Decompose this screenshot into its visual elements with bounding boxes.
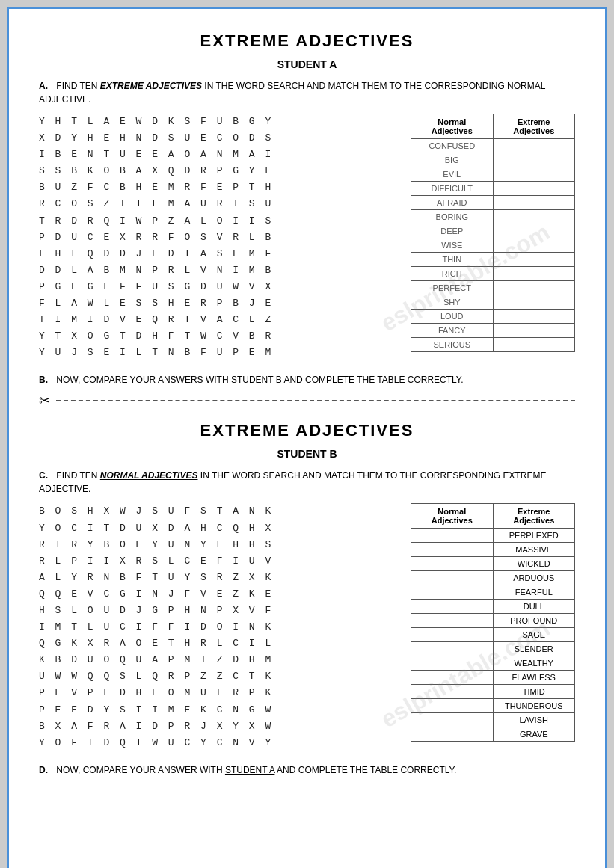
table-row: BORING	[411, 210, 575, 224]
normal-adj-cell	[411, 585, 494, 600]
grid-row: I B E N T U E E A O A N M A I	[39, 147, 396, 163]
grid-row: B O S H X W J S U F S T A N K	[39, 503, 396, 520]
extreme-adj-cell: WICKED	[493, 557, 575, 571]
table-row: DULL	[411, 600, 575, 614]
highlight-c: NORMAL ADJECTIVES	[100, 470, 198, 481]
grid-row: B U Z F C B H E M R F E P T H	[39, 179, 396, 196]
table-row: FANCY	[411, 324, 575, 338]
table-row: GRAVE	[411, 727, 575, 742]
extreme-adj-cell	[493, 153, 575, 167]
scissors-icon: ✂	[39, 393, 50, 409]
table-row: THIN	[411, 253, 575, 267]
table-row: PERPLEXED	[411, 529, 575, 543]
extreme-adj-cell	[493, 281, 575, 295]
grid-row: R L P I I X R S L C E F I U V	[39, 553, 396, 570]
grid-row: A L Y R N B F T U Y S R Z X K	[39, 570, 396, 586]
extreme-adj-cell: GRAVE	[493, 727, 575, 742]
student-label-a: STUDENT A	[39, 58, 575, 70]
normal-adj-cell: FANCY	[411, 324, 494, 338]
word-search-area-b: B O S H X W J S U F S T A N K Y O C I T …	[39, 503, 575, 751]
extreme-adj-cell	[493, 338, 575, 352]
instruction-d-letter: D.	[39, 765, 48, 775]
instruction-d: D. NOW, COMPARE YOUR ANSWER WITH STUDENT…	[39, 765, 575, 775]
grid-row: Q Q E V C G I N J F V E Z K E	[39, 586, 396, 603]
extreme-adj-cell	[493, 139, 575, 153]
table-row: WEALTHY	[411, 656, 575, 671]
grid-row: I M T L U C I F F I D O I N K	[39, 619, 396, 635]
normal-adj-cell: BIG	[411, 153, 494, 167]
extreme-adj-cell	[493, 295, 575, 310]
extreme-adj-cell	[493, 210, 575, 224]
table-row: PROFOUND	[411, 614, 575, 628]
grid-row: P G E G E F F U S G D U W V X	[39, 279, 396, 295]
grid-row: R C O S Z I T L M A U R T S U	[39, 196, 396, 212]
grid-row: R I R Y B O E Y U N Y E H H S	[39, 537, 396, 553]
extreme-adj-cell: ARDUOUS	[493, 571, 575, 585]
grid-row: K B D U O Q U A P M T Z D H M	[39, 652, 396, 668]
normal-adj-cell	[411, 614, 494, 628]
table-row: THUNDEROUS	[411, 699, 575, 713]
normal-adj-cell	[411, 600, 494, 614]
table-row: LAVISH	[411, 713, 575, 727]
table-row: ARDUOUS	[411, 571, 575, 585]
word-grid-a: Y H T L A E W D K S F U B G Y X D Y H E …	[39, 114, 396, 361]
col-header-normal-a: NormalAdjectives	[411, 114, 494, 139]
adjectives-table-b: NormalAdjectives ExtremeAdjectives PERPL…	[411, 503, 575, 742]
extreme-adj-cell: FEARFUL	[493, 585, 575, 600]
extreme-adj-cell	[493, 167, 575, 182]
col-header-normal-b: NormalAdjectives	[411, 504, 494, 529]
normal-adj-cell: PERFECT	[411, 281, 494, 295]
grid-row: T I M I D V E Q R T V A C L Z	[39, 312, 396, 328]
grid-row: Y O C I T D U X D A H C Q H X	[39, 520, 396, 537]
table-row: RICH	[411, 267, 575, 281]
grid-row: Y O F T D Q I W U C Y C N V Y	[39, 735, 396, 751]
table-row: SLENDER	[411, 642, 575, 656]
extreme-adj-cell: MASSIVE	[493, 543, 575, 557]
normal-adj-cell: SHY	[411, 295, 494, 310]
grid-row: D D L A B M N P R L V N I M B	[39, 262, 396, 279]
instruction-a: A. FIND TEN EXTREME ADJECTIVES IN THE WO…	[39, 79, 575, 106]
extreme-adj-cell: DULL	[493, 600, 575, 614]
extreme-adj-cell	[493, 253, 575, 267]
grid-row: F L A W L E S S H E R P B J E	[39, 295, 396, 312]
table-row: TIMID	[411, 685, 575, 699]
instruction-c: C. FIND TEN NORMAL ADJECTIVES IN THE WOR…	[39, 469, 575, 496]
student-label-b: STUDENT B	[39, 448, 575, 460]
extreme-adj-cell	[493, 196, 575, 210]
grid-row: L H L Q D D J E D I A S E M F	[39, 246, 396, 262]
word-grid-b: B O S H X W J S U F S T A N K Y O C I T …	[39, 503, 396, 751]
extreme-adj-cell	[493, 310, 575, 324]
instruction-a-letter: A.	[39, 81, 48, 91]
table-row: SAGE	[411, 628, 575, 642]
table-row: BIG	[411, 153, 575, 167]
extreme-adj-cell: SAGE	[493, 628, 575, 642]
normal-adj-cell: DEEP	[411, 224, 494, 238]
col-header-extreme-a: ExtremeAdjectives	[493, 114, 575, 139]
extreme-adj-cell: SLENDER	[493, 642, 575, 656]
normal-adj-cell: THIN	[411, 253, 494, 267]
extreme-adj-cell	[493, 267, 575, 281]
normal-adj-cell	[411, 571, 494, 585]
extreme-adj-cell	[493, 324, 575, 338]
col-header-extreme-b: ExtremeAdjectives	[493, 504, 575, 529]
table-row: AFRAID	[411, 196, 575, 210]
normal-adj-cell: DIFFICULT	[411, 182, 494, 196]
extreme-adj-cell	[493, 182, 575, 196]
normal-adj-cell: LOUD	[411, 310, 494, 324]
table-container-b: NormalAdjectives ExtremeAdjectives PERPL…	[411, 503, 575, 751]
table-row: FLAWLESS	[411, 671, 575, 685]
grid-row: X D Y H E H N D S U E C O D S	[39, 130, 396, 147]
grid-row: U W W Q Q S L Q R P Z Z C T K	[39, 668, 396, 685]
extreme-adj-cell: THUNDEROUS	[493, 699, 575, 713]
scissors-line: ✂	[39, 393, 575, 409]
table-container-a: NormalAdjectives ExtremeAdjectives CONFU…	[411, 114, 575, 361]
word-search-area-a: Y H T L A E W D K S F U B G Y X D Y H E …	[39, 114, 575, 361]
extreme-adj-cell: PERPLEXED	[493, 529, 575, 543]
instruction-b: B. NOW, COMPARE YOUR ANSWERS WITH STUDEN…	[39, 375, 575, 385]
extreme-adj-cell	[493, 224, 575, 238]
table-row: PERFECT	[411, 281, 575, 295]
table-row: CONFUSED	[411, 139, 575, 153]
normal-adj-cell	[411, 529, 494, 543]
extreme-adj-cell	[493, 238, 575, 253]
table-row: WISE	[411, 238, 575, 253]
